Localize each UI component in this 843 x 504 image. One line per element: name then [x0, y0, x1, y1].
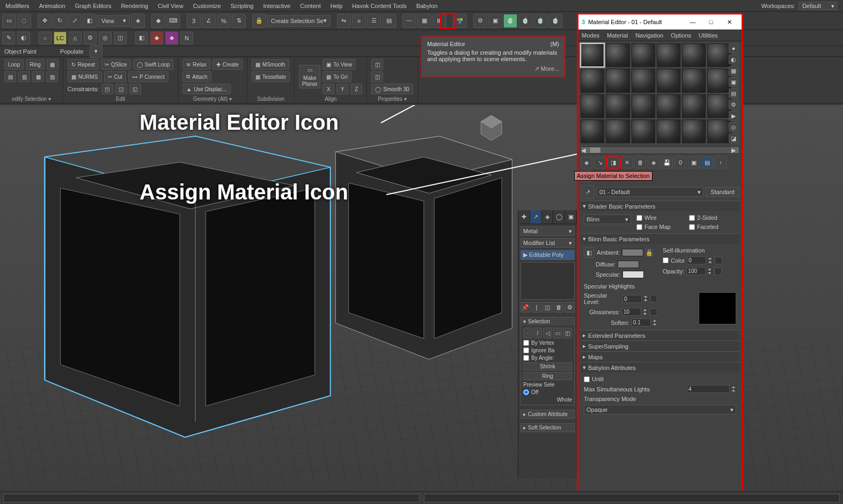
modifier-list-dropdown[interactable]: Modifier List: [521, 238, 575, 248]
constraint-c-icon[interactable]: ◱: [129, 84, 141, 94]
axis-z-button[interactable]: Z: [350, 84, 362, 94]
make-preview-icon[interactable]: ▶: [729, 111, 738, 121]
sample-slot-13[interactable]: [581, 94, 604, 118]
wire-check[interactable]: Wire: [636, 214, 684, 221]
swift-loop-button[interactable]: ◯Swift Loop: [133, 59, 174, 70]
attach-button[interactable]: ⧉Attach: [182, 71, 211, 82]
sample-slot-20[interactable]: [606, 120, 629, 143]
specular-color[interactable]: [622, 271, 644, 278]
repeat-button[interactable]: ↻Repeat: [68, 59, 99, 70]
selection-lasso-icon[interactable]: ◌: [17, 14, 31, 28]
tool-h-icon[interactable]: N: [180, 32, 193, 45]
show-end-result-icon[interactable]: ▤: [701, 157, 713, 168]
snap-icon[interactable]: 3: [187, 14, 201, 28]
to-grid-button[interactable]: ▦To Gri: [322, 71, 351, 82]
material-editor-titlebar[interactable]: 3 Material Editor - 01 - Default — □ ✕: [578, 14, 742, 29]
selected-cube[interactable]: [45, 136, 330, 437]
menu-help[interactable]: Help: [331, 3, 343, 9]
sample-slot-11[interactable]: [682, 69, 706, 92]
max-lights-spinner[interactable]: ▲▼: [687, 385, 736, 393]
selection-rollout-head[interactable]: ▾ Selection: [521, 317, 574, 325]
glossiness-spinner[interactable]: ▲▼: [622, 308, 648, 316]
maps-head[interactable]: ▸ Maps: [581, 352, 739, 362]
sample-slot-8[interactable]: [606, 69, 629, 92]
delete-material-icon[interactable]: 🗑: [634, 157, 646, 168]
sample-slot-15[interactable]: [632, 94, 655, 118]
smooth30-button[interactable]: ◯Smooth 30: [371, 84, 413, 94]
sample-slot-5[interactable]: [682, 43, 706, 67]
menu-graph-editors[interactable]: Graph Editors: [75, 3, 112, 9]
paint-select-icon[interactable]: ◐: [17, 32, 30, 45]
paint-obj-icon[interactable]: ○: [39, 32, 52, 45]
brush-icon[interactable]: ✎: [2, 32, 15, 45]
relax-button[interactable]: ≋Relax: [182, 59, 210, 70]
sample-slot-3[interactable]: [632, 43, 655, 67]
scale-icon[interactable]: ⤢: [68, 14, 82, 28]
opacity-spinner[interactable]: ▲▼: [686, 267, 712, 275]
material-name-field[interactable]: 01 - Default: [597, 187, 703, 197]
nurms-button[interactable]: ▦NURMS: [68, 71, 102, 82]
material-id-icon[interactable]: 0: [675, 157, 686, 168]
constraint-a-icon[interactable]: ◳: [101, 84, 113, 94]
pick-material-icon[interactable]: ↗: [581, 185, 595, 199]
sample-slot-4[interactable]: [657, 43, 680, 67]
use-displace-button[interactable]: ▲Use Displac...: [182, 84, 231, 94]
specular-level-map-button[interactable]: [650, 295, 657, 302]
menu-modifiers[interactable]: Modifiers: [5, 3, 30, 9]
window-minimize-button[interactable]: —: [684, 16, 702, 28]
show-in-viewport-icon[interactable]: ▣: [688, 157, 700, 168]
tool-g-icon[interactable]: ◆: [165, 32, 178, 45]
by-angle-check[interactable]: By Angle:: [523, 355, 572, 361]
extended-params-head[interactable]: ▸ Extended Parameters: [581, 330, 739, 340]
subobj-vertex-icon[interactable]: ·: [523, 328, 532, 338]
put-to-scene-icon[interactable]: ↘: [594, 157, 606, 168]
go-parent-icon[interactable]: ↑: [715, 157, 727, 168]
ambient-lock-icon[interactable]: ◧: [584, 247, 595, 258]
selection-rect-icon[interactable]: ▭: [2, 14, 16, 28]
selection-lock-icon[interactable]: 🔒: [252, 14, 266, 28]
window-close-button[interactable]: ✕: [720, 16, 738, 28]
sample-slot-2[interactable]: [606, 43, 629, 67]
options-side-icon[interactable]: ⚙: [729, 100, 738, 109]
display-tab-icon[interactable]: ▣: [565, 210, 577, 224]
menu-havok[interactable]: Havok Content Tools: [352, 3, 406, 9]
status-field-1[interactable]: [3, 494, 420, 502]
self-illum-spinner[interactable]: ▲▼: [687, 256, 713, 264]
ambient-color[interactable]: [622, 249, 643, 256]
menu-rendering[interactable]: Rendering: [121, 3, 148, 9]
refcoord-view-dropdown[interactable]: View: [98, 15, 130, 27]
put-to-library-icon[interactable]: 💾: [661, 157, 673, 168]
transparency-mode-dropdown[interactable]: Opaque: [584, 405, 736, 414]
window-maximize-button[interactable]: □: [702, 16, 720, 28]
stack-b-icon[interactable]: ◫: [543, 302, 553, 313]
ambient-diffuse-lock-icon[interactable]: 🔒: [646, 249, 653, 256]
me-menu-material[interactable]: Material: [607, 32, 628, 39]
prop-a-icon[interactable]: ◫: [371, 59, 383, 70]
menu-interactive[interactable]: Interactive: [263, 3, 290, 9]
tool-f-icon[interactable]: ◆: [150, 32, 163, 45]
selection-set-dropdown[interactable]: Create Selection Se: [267, 15, 331, 27]
matmap-browser-icon[interactable]: ◪: [729, 134, 738, 143]
render-b-icon[interactable]: 🍵: [518, 14, 532, 28]
keyboard-shortcut-icon[interactable]: ⌨: [166, 14, 180, 28]
menu-content[interactable]: Content: [300, 3, 321, 9]
modsel-a-icon[interactable]: ▤: [4, 71, 16, 82]
sample-slot-19[interactable]: [581, 120, 604, 143]
select-manip-icon[interactable]: ◆: [151, 14, 165, 28]
modifier-stack-item[interactable]: ▶ Editable Poly: [521, 250, 575, 260]
soften-spinner[interactable]: ▲▼: [632, 318, 657, 327]
modify-tab-icon[interactable]: ↗: [530, 210, 542, 224]
ribbon-icon[interactable]: ▤: [382, 14, 396, 28]
make-unique-icon[interactable]: ◈: [648, 157, 659, 168]
view-cube[interactable]: [481, 115, 502, 140]
cube-2[interactable]: [335, 136, 512, 359]
video-color-icon[interactable]: ▤: [729, 88, 738, 98]
faceted-check[interactable]: Faceted: [689, 224, 736, 230]
sample-slot-17[interactable]: [682, 94, 706, 118]
render-setup-icon[interactable]: ⚙: [473, 14, 487, 28]
diffuse-color[interactable]: [618, 261, 639, 268]
axis-x-button[interactable]: X: [322, 84, 334, 94]
glossiness-map-button[interactable]: [650, 308, 657, 316]
make-planar-button[interactable]: ▭Make Planar: [299, 65, 320, 88]
stack-c-icon[interactable]: 🗑: [554, 302, 564, 313]
